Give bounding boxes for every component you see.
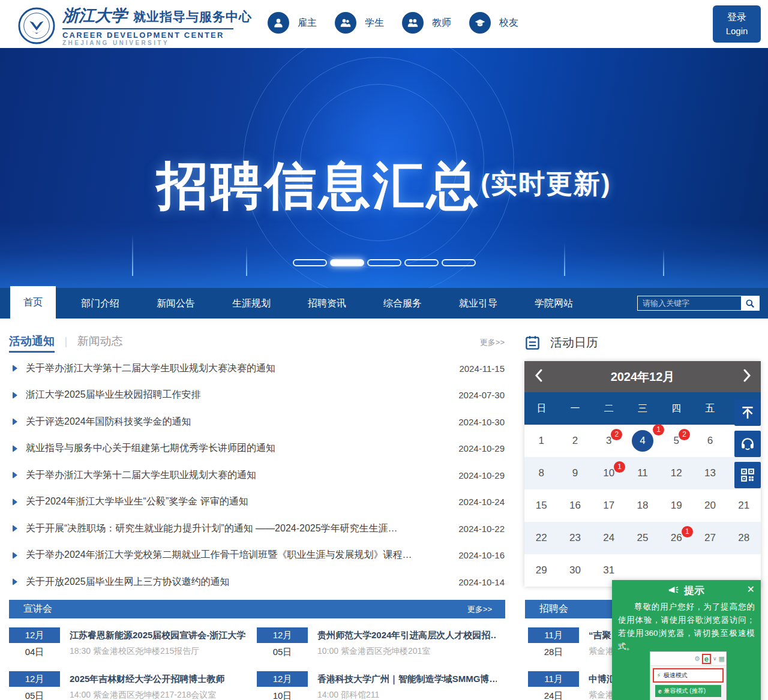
- site-logo[interactable]: 浙江大学 就业指导与服务中心 CAREER DEVELOPMENT CENTER…: [18, 5, 252, 46]
- carousel-dot[interactable]: [404, 259, 439, 266]
- nav-tab-2[interactable]: 新闻公告: [145, 288, 207, 319]
- day-number: 25: [637, 532, 649, 544]
- nav-tab-6[interactable]: 就业引导: [447, 288, 509, 319]
- calendar-day-cell[interactable]: 261: [659, 522, 693, 554]
- notice-item[interactable]: 关于举办2024年浙江大学党校第二期就业工作骨干培训班暨《职业生涯与发展规划》课…: [9, 542, 505, 569]
- teacher-icon: [402, 12, 424, 34]
- calendar-day-cell[interactable]: 18: [626, 489, 659, 522]
- day-number: 261: [671, 532, 682, 544]
- event-card[interactable]: 12月05日贵州师范大学2024年引进高层次人才校园招…10:00 紫金港西区尧…: [257, 627, 497, 659]
- customer-service-button[interactable]: [734, 431, 761, 457]
- logo-en-line1: CAREER DEVELOPMENT CENTER: [62, 31, 252, 40]
- notice-item[interactable]: 关于2024年浙江大学毕业生“公毅”奖学金 评审的通知2024-10-24: [9, 489, 505, 516]
- notice-item[interactable]: 关于开展“决胜职场：研究生就业能力提升计划”的通知 ——2024-2025学年研…: [9, 515, 505, 542]
- event-title: 香港科技大学广州｜智能制造学域SMMG博…: [317, 671, 497, 687]
- nav-tab-3[interactable]: 生涯规划: [220, 288, 283, 319]
- quick-link-teacher[interactable]: 教师: [402, 12, 451, 34]
- quick-link-employer[interactable]: 雇主: [268, 12, 317, 34]
- calendar-day-cell[interactable]: 25: [626, 522, 659, 554]
- speed-mode-menu-item: ⚡ 极速模式: [653, 668, 724, 683]
- tab-activity-notice[interactable]: 活动通知: [9, 335, 55, 353]
- day-number: 101: [603, 467, 614, 479]
- hero-banner[interactable]: 招聘信息汇总(实时更新): [0, 48, 768, 288]
- calendar-day-cell[interactable]: 13: [693, 457, 727, 489]
- header-quick-links: 雇主 学生 教师 校友: [268, 12, 536, 34]
- calendar-day-cell[interactable]: 23: [558, 522, 592, 554]
- popup-body-text: 尊敬的用户您好，为了提高您的使用体验，请使用谷歌浏览器访问；若使用360浏览器，…: [612, 600, 761, 653]
- event-card[interactable]: 12月05日2025年吉林财经大学公开招聘博士教师14:00 紫金港西区尧坤楼2…: [9, 671, 249, 700]
- calendar-day-cell[interactable]: 19: [659, 489, 693, 522]
- calendar-day-cell[interactable]: 15: [524, 489, 558, 522]
- calendar-day-cell[interactable]: 9: [558, 457, 592, 489]
- nav-tab-5[interactable]: 综合服务: [371, 288, 434, 319]
- calendar-day-cell[interactable]: 8: [524, 457, 558, 489]
- nav-tab-1[interactable]: 部门介绍: [69, 288, 131, 319]
- calendar-day-cell[interactable]: 11: [626, 457, 659, 489]
- calendar-day-cell[interactable]: 27: [693, 522, 727, 554]
- notice-item[interactable]: 关于举办浙江大学第十二届大学生职业规划大赛的通知2024-10-29: [9, 462, 505, 489]
- popup-close-icon[interactable]: ✕: [747, 585, 755, 594]
- floating-toolbar: [734, 399, 761, 493]
- calendar-day-cell[interactable]: 1: [524, 425, 558, 457]
- tab-news[interactable]: 新闻动态: [77, 335, 123, 347]
- search-input[interactable]: [638, 296, 741, 310]
- calendar-next-button[interactable]: [733, 369, 761, 384]
- nav-tabs: 首页部门介绍新闻公告生涯规划招聘资讯综合服务就业引导学院网站: [10, 288, 598, 319]
- event-month-badge: 12月: [257, 627, 308, 643]
- nav-tab-7[interactable]: 学院网站: [523, 288, 585, 319]
- calendar-day-cell[interactable]: 12: [659, 457, 693, 489]
- day-number: 16: [569, 500, 581, 512]
- notices-more-link[interactable]: 更多>>: [480, 337, 505, 348]
- calendar-day-cell[interactable]: 24: [592, 522, 626, 554]
- notice-item[interactable]: 就业指导与服务中心关于组建第七期优秀学长讲师团的通知2024-10-29: [9, 435, 505, 462]
- calendar-day-cell[interactable]: 101: [592, 457, 626, 489]
- carousel-dot[interactable]: [330, 259, 364, 266]
- bullet-triangle-icon: [13, 552, 17, 559]
- event-card[interactable]: 12月10日香港科技大学广州｜智能制造学域SMMG博…14:00 邵科馆211: [257, 671, 497, 700]
- calendar-prev-button[interactable]: [524, 369, 552, 384]
- event-month-badge: 11月: [528, 627, 579, 643]
- qr-code-button[interactable]: [734, 462, 761, 488]
- search-button[interactable]: [741, 296, 759, 310]
- day-number: 6: [707, 435, 713, 447]
- calendar-day-cell[interactable]: 30: [558, 554, 592, 587]
- calendar-day-cell[interactable]: 28: [727, 522, 761, 554]
- event-day-label: 05日: [9, 687, 60, 700]
- notice-item[interactable]: 浙江大学2025届毕业生校园招聘工作安排2024-07-30: [9, 382, 505, 409]
- lecture-more-link[interactable]: 更多>>: [467, 604, 492, 615]
- carousel-dot[interactable]: [293, 259, 327, 266]
- calendar-day-cell[interactable]: 29: [524, 554, 558, 587]
- calendar-day-cell[interactable]: 41: [626, 425, 659, 457]
- carousel-dot[interactable]: [367, 259, 401, 266]
- back-to-top-button[interactable]: [734, 399, 761, 426]
- notice-title: 关于举办2024年浙江大学党校第二期就业工作骨干培训班暨《职业生涯与发展规划》课…: [26, 549, 448, 561]
- notice-item[interactable]: 关于举办浙江大学第十二届大学生职业规划大赛决赛的通知2024-11-15: [9, 355, 505, 382]
- login-button[interactable]: 登录 Login: [713, 5, 761, 43]
- calendar-day-cell[interactable]: 6: [693, 425, 727, 457]
- day-number: 31: [603, 564, 614, 576]
- logo-divider: [62, 28, 233, 29]
- quick-link-alumni[interactable]: 校友: [469, 12, 518, 34]
- search-box: [637, 296, 760, 311]
- notice-tabs: 活动通知 | 新闻动态 更多>>: [9, 334, 505, 353]
- calendar-day-cell[interactable]: 20: [693, 489, 727, 522]
- calendar-day-cell[interactable]: 16: [558, 489, 592, 522]
- event-card[interactable]: 12月04日江苏睿恩新能源2025届校园宣讲会-浙江大学18:30 紫金港校区尧…: [9, 627, 249, 659]
- quick-link-student[interactable]: 学生: [335, 12, 384, 34]
- nav-tab-4[interactable]: 招聘资讯: [296, 288, 358, 319]
- calendar-day-cell[interactable]: 2: [558, 425, 592, 457]
- calendar-day-cell[interactable]: 17: [592, 489, 626, 522]
- weekday-label: 四: [659, 392, 693, 425]
- calendar-day-cell[interactable]: 22: [524, 522, 558, 554]
- nav-tab-0[interactable]: 首页: [10, 286, 56, 319]
- event-month-badge: 12月: [9, 671, 60, 687]
- calendar-day-cell[interactable]: 32: [592, 425, 626, 457]
- notice-item[interactable]: 关于开放2025届毕业生网上三方协议邀约的通知2024-10-14: [9, 569, 505, 596]
- carousel-dot[interactable]: [442, 259, 476, 266]
- calendar-day-cell[interactable]: 21: [727, 489, 761, 522]
- notice-title: 就业指导与服务中心关于组建第七期优秀学长讲师团的通知: [26, 442, 448, 455]
- notice-item[interactable]: 关于评选2024年国防科技奖学金的通知2024-10-30: [9, 408, 505, 435]
- calendar-day-cell[interactable]: 52: [659, 425, 693, 457]
- toolbar-extra-icon: ▦: [719, 655, 725, 663]
- weekday-label: 五: [693, 392, 727, 425]
